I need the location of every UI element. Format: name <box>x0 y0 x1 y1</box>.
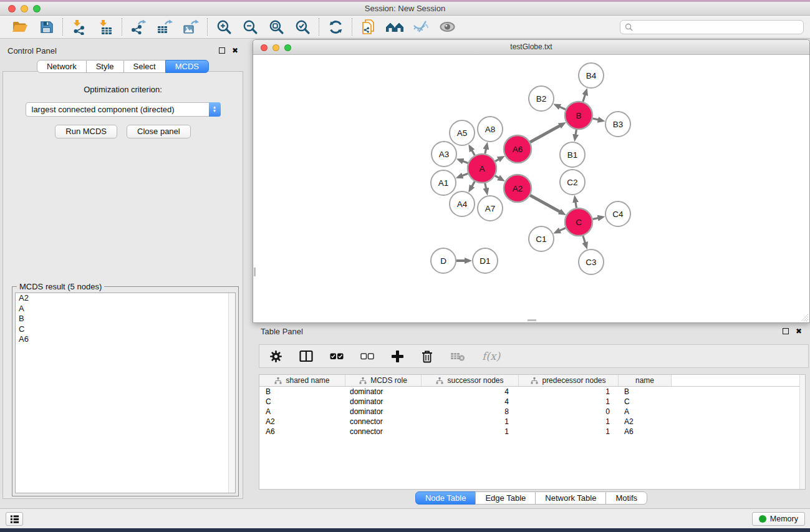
deselect-all-button[interactable] <box>360 352 374 360</box>
graph-edge-B-B1[interactable] <box>576 130 576 135</box>
zoom-selected-button[interactable] <box>292 17 313 36</box>
delete-column-button[interactable] <box>421 350 433 363</box>
graph-node-C3[interactable]: C3 <box>579 249 604 274</box>
zoom-in-button[interactable] <box>213 17 234 36</box>
zoom-out-button[interactable] <box>239 17 261 36</box>
mcds-result-item[interactable]: C <box>16 324 235 335</box>
panel-list-button[interactable] <box>6 512 23 526</box>
hide-graphics-details-button[interactable] <box>410 17 432 36</box>
mcds-result-item[interactable]: B <box>16 314 235 324</box>
graph-edge-C-C1[interactable] <box>559 228 566 230</box>
graph-node-C2[interactable]: C2 <box>560 170 585 195</box>
tab-network[interactable]: Network <box>37 60 87 73</box>
graph-edge-A-A8[interactable] <box>485 148 486 153</box>
create-column-button[interactable] <box>391 350 404 363</box>
minimize-window-button[interactable] <box>21 5 28 12</box>
graph-node-A4[interactable]: A4 <box>450 191 475 216</box>
show-graphics-details-button[interactable] <box>436 17 458 36</box>
tab-edge-table[interactable]: Edge Table <box>475 491 536 505</box>
open-session-button[interactable] <box>9 17 31 36</box>
tab-node-table[interactable]: Node Table <box>415 491 476 505</box>
graph-edge-A2-C[interactable] <box>530 195 560 211</box>
column-header-shared-name[interactable]: shared name <box>259 375 345 386</box>
graph-node-C1[interactable]: C1 <box>529 226 554 251</box>
network-canvas[interactable]: B4B2BB3A5A8A6B1A3AA1C2A2A4A7C4CC1C3DD1 <box>253 56 809 322</box>
memory-button[interactable]: Memory <box>752 512 805 526</box>
result-list-scrollbar[interactable] <box>228 293 235 493</box>
graph-node-B4[interactable]: B4 <box>579 63 604 88</box>
graph-node-A2[interactable]: A2 <box>504 175 531 202</box>
table-row[interactable]: A6connector11A6 <box>259 427 805 437</box>
canvas-horizontal-scrollbar[interactable] <box>528 319 536 321</box>
select-all-button[interactable] <box>330 352 344 360</box>
canvas-vertical-scrollbar[interactable] <box>254 268 256 276</box>
zoom-fit-button[interactable] <box>266 17 287 36</box>
graph-edge-C-C4[interactable] <box>593 218 599 219</box>
graph-node-B3[interactable]: B3 <box>605 112 630 137</box>
run-mcds-button[interactable]: Run MCDS <box>55 125 117 138</box>
graph-edge-A-A1[interactable] <box>462 173 468 176</box>
graph-node-A7[interactable]: A7 <box>478 196 503 221</box>
graph-edge-B-B4[interactable] <box>583 95 586 102</box>
column-layout-button[interactable] <box>299 350 313 362</box>
graph-node-A5[interactable]: A5 <box>450 120 475 145</box>
graph-node-A8[interactable]: A8 <box>478 117 503 142</box>
dropdown-stepper-icon[interactable]: ▲▼ <box>209 102 221 117</box>
graph-node-A1[interactable]: A1 <box>431 170 456 195</box>
table-row[interactable]: A2connector11A2 <box>259 417 805 427</box>
float-table-panel-icon[interactable] <box>783 328 789 334</box>
close-window-button[interactable] <box>8 5 16 12</box>
float-panel-icon[interactable] <box>219 47 225 54</box>
graph-node-B1[interactable]: B1 <box>560 142 585 167</box>
resize-grip-icon[interactable] <box>800 313 809 322</box>
home-view-button[interactable] <box>384 17 405 36</box>
graph-edge-B-B3[interactable] <box>592 118 598 120</box>
import-table-button[interactable] <box>95 17 116 36</box>
graph-node-B[interactable]: B <box>565 102 592 129</box>
graph-node-C4[interactable]: C4 <box>605 201 630 226</box>
graph-edge-A-A7[interactable] <box>485 183 486 189</box>
close-panel-button[interactable]: Close panel <box>127 125 191 138</box>
graph-node-B2[interactable]: B2 <box>529 86 554 111</box>
graph-edge-A-A2[interactable] <box>495 176 499 178</box>
mcds-result-item[interactable]: A2 <box>16 293 235 304</box>
graph-node-D[interactable]: D <box>431 248 456 273</box>
column-header-name[interactable]: name <box>619 375 672 386</box>
zoom-window-button[interactable] <box>33 5 41 12</box>
table-row[interactable]: Cdominator41C <box>259 397 805 407</box>
column-header-predecessor-nodes[interactable]: predecessor nodes <box>519 375 619 386</box>
mcds-result-item[interactable]: A6 <box>16 334 235 345</box>
tab-style[interactable]: Style <box>86 60 124 73</box>
close-network-window-button[interactable] <box>261 44 268 51</box>
graph-edge-B-B2[interactable] <box>559 107 566 109</box>
minimize-network-window-button[interactable] <box>272 44 279 51</box>
table-scrollbar[interactable] <box>799 375 805 489</box>
refresh-button[interactable] <box>325 17 346 36</box>
tab-network-table[interactable]: Network Table <box>535 491 606 505</box>
zoom-network-window-button[interactable] <box>284 44 291 51</box>
export-image-button[interactable] <box>180 17 201 36</box>
column-header-successor-nodes[interactable]: successor nodes <box>422 375 519 386</box>
tab-select[interactable]: Select <box>123 60 166 73</box>
graph-edge-C-C2[interactable] <box>576 202 577 208</box>
graph-edge-A-A6[interactable] <box>495 159 499 161</box>
export-table-button[interactable] <box>154 17 175 36</box>
graph-edge-A-A4[interactable] <box>472 181 475 186</box>
graph-node-A3[interactable]: A3 <box>432 142 456 167</box>
graph-edge-A-A5[interactable] <box>472 150 475 155</box>
table-settings-button[interactable] <box>269 350 282 363</box>
column-header-mcds-role[interactable]: MCDS role <box>345 375 422 386</box>
optimization-criterion-dropdown[interactable]: largest connected component (directed) ▲… <box>26 102 221 117</box>
graph-node-C[interactable]: C <box>565 208 592 236</box>
export-network-button[interactable] <box>128 17 149 36</box>
graph-edge-A6-B[interactable] <box>530 125 560 142</box>
graph-node-A6[interactable]: A6 <box>504 135 531 163</box>
save-session-button[interactable] <box>36 17 57 36</box>
clone-network-button[interactable] <box>358 17 379 36</box>
tab-motifs[interactable]: Motifs <box>605 491 647 505</box>
import-network-button[interactable] <box>69 17 90 36</box>
close-table-panel-icon[interactable]: ✖ <box>796 327 802 335</box>
close-panel-icon[interactable]: ✖ <box>232 47 238 54</box>
graph-node-D1[interactable]: D1 <box>473 248 498 273</box>
graph-edge-C-C3[interactable] <box>583 236 586 243</box>
